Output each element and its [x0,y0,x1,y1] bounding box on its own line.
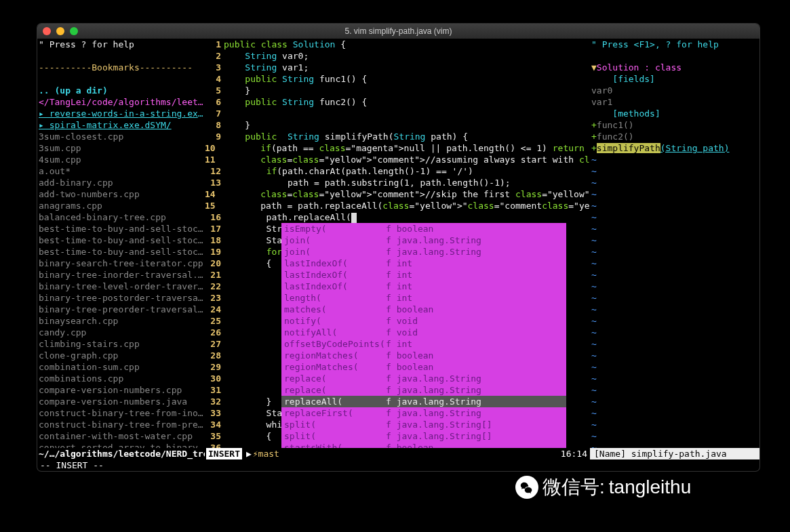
nerdtree-file[interactable]: binaysearch.cpp [39,315,204,327]
nerdtree-file[interactable]: construct-binary-tree-from-preord [39,419,204,430]
code-text[interactable]: String var1; [224,62,590,73]
nerdtree-file[interactable]: best-time-to-buy-and-sell-stock.c [39,246,204,258]
nerdtree-file[interactable]: a.out* [39,165,204,177]
nerdtree-file[interactable]: binary-tree-level-order-traversal [39,281,204,292]
nerdtree-file[interactable]: best-time-to-buy-and-sell-stock-i [39,223,204,234]
nerdtree-file[interactable]: candy.cpp [39,327,204,338]
completion-item[interactable]: join(f java.lang.String [281,246,566,258]
nerdtree-file[interactable]: binary-tree-inorder-traversal.cpp [39,269,204,281]
code-text[interactable]: path = path.replaceAll(class="yellow">"c… [218,200,590,211]
completion-item[interactable]: length(f int [281,292,566,304]
nerdtree-panel[interactable]: " Press ? for help ----------Bookmarks--… [37,39,205,448]
tagbar-method[interactable]: +func1() [591,119,758,131]
completion-item[interactable]: startsWith(f boolean [281,442,566,448]
code-line[interactable]: 12 if(path.charAt(path.length()-1) == '/… [205,165,590,177]
nerdtree-file[interactable]: anagrams.cpp [39,200,204,211]
nerdtree-file[interactable]: climbing-stairs.cpp [39,338,204,350]
code-line[interactable]: 11 class=class="yellow">"comment">//assu… [205,154,590,165]
tagbar-field[interactable]: var1 [591,96,758,108]
code-line[interactable]: 16 path.replaceAll( [205,211,590,223]
code-line[interactable]: 10 if(path == class="magenta">null || pa… [205,142,590,154]
code-line[interactable]: 14 class=class="yellow">"comment">//skip… [205,188,590,200]
completion-item[interactable]: replace(f java.lang.String [281,373,566,384]
nerdtree-file[interactable]: construct-binary-tree-from-inorde [39,407,204,419]
code-text[interactable]: public String func2() { [224,96,590,108]
nerdtree-file[interactable]: 4sum.cpp [39,154,204,165]
completion-popup[interactable]: isEmpty(f booleanjoin(f java.lang.String… [281,223,566,448]
line-number: 1 [205,39,224,50]
code-text[interactable] [224,108,590,119]
nerdtree-file[interactable]: 3sum.cpp [39,142,204,154]
code-editor[interactable]: 1public class Solution {2 String var0;3 … [205,39,590,448]
code-text[interactable]: public class Solution { [224,39,590,50]
window-titlebar[interactable]: 5. vim simplify-path.java (vim) [37,24,759,39]
tagbar-method[interactable]: +func2() [591,131,758,142]
code-line[interactable]: 6 public String func2() { [205,96,590,108]
code-line[interactable]: 15 path = path.replaceAll(class="yellow"… [205,200,590,211]
completion-item[interactable]: offsetByCodePoints(f int [281,338,566,350]
code-text[interactable]: class=class="yellow">"comment">//assumin… [218,154,590,165]
completion-item[interactable]: replace(f java.lang.String [281,384,566,396]
code-line[interactable]: 4 public String func1() { [205,73,590,85]
code-text[interactable]: public String func1() { [224,73,590,85]
code-text[interactable]: if(path == class="magenta">null || path.… [218,142,590,154]
nerdtree-dir[interactable]: ▸ spiral-matrix.exe.dSYM/ [39,119,204,131]
completion-item[interactable]: matches(f boolean [281,304,566,315]
tagbar-panel[interactable]: " Press <F1>, ? for help ▼Solution : cla… [590,39,759,448]
status-tagbar: [Name] simplify-path.java [590,448,759,459]
completion-item[interactable]: notify(f void [281,315,566,327]
code-text[interactable]: path.replaceAll( [224,211,590,223]
completion-item[interactable]: split(f java.lang.String[] [281,419,566,430]
code-text[interactable]: } [224,119,590,131]
nerdtree-dir[interactable]: ▸ reverse-words-in-a-string.exe.dSY [39,108,204,119]
completion-item[interactable]: replaceAll(f java.lang.String [281,396,566,407]
code-line[interactable]: 5 } [205,85,590,96]
completion-item[interactable]: notifyAll(f void [281,327,566,338]
completion-item[interactable]: lastIndexOf(f int [281,281,566,292]
nerdtree-up-dir[interactable]: .. (up a dir) [39,85,204,96]
code-line[interactable]: 9 public String simplifyPath(String path… [205,131,590,142]
completion-item[interactable]: isEmpty(f boolean [281,223,566,234]
tagbar-field[interactable]: var0 [591,85,758,96]
code-text[interactable]: String var0; [224,50,590,62]
nerdtree-file[interactable]: compare-version-numbers.java [39,396,204,407]
completion-item[interactable]: lastIndexOf(f int [281,258,566,269]
nerdtree-file[interactable]: clone-graph.cpp [39,350,204,361]
nerdtree-file[interactable]: convert-sorted-array-to-binary-se [39,442,204,448]
nerdtree-file[interactable]: combination-sum.cpp [39,361,204,373]
nerdtree-file[interactable]: binary-tree-postorder-traversal.c [39,292,204,304]
code-line[interactable]: 7 [205,108,590,119]
completion-item[interactable]: regionMatches(f boolean [281,350,566,361]
completion-item[interactable]: split(f java.lang.String[] [281,430,566,442]
nerdtree-file[interactable]: balanced-binary-tree.cpp [39,211,204,223]
line-number: 28 [205,350,224,361]
tagbar-class-head[interactable]: ▼Solution : class [591,62,758,73]
nerdtree-file[interactable]: combinations.cpp [39,373,204,384]
nerdtree-file[interactable]: binary-tree-preorder-traversal.cp [39,304,204,315]
code-line[interactable]: 3 String var1; [205,62,590,73]
nerdtree-file[interactable]: compare-version-numbers.cpp [39,384,204,396]
code-text[interactable]: if(path.charAt(path.length()-1) == '/') [224,165,590,177]
nerdtree-file[interactable]: container-with-most-water.cpp [39,430,204,442]
status-editor: INSERT ▶ ⚡mast 16:14 [205,448,590,459]
code-text[interactable]: path = path.substring(1, path.length()-1… [224,177,590,188]
nerdtree-file[interactable]: binary-search-tree-iterator.cpp [39,258,204,269]
code-line[interactable]: 2 String var0; [205,50,590,62]
nerdtree-file[interactable]: best-time-to-buy-and-sell-stock-i [39,234,204,246]
vim-empty-line: ~ [591,338,758,350]
code-line[interactable]: 13 path = path.substring(1, path.length(… [205,177,590,188]
completion-item[interactable]: replaceFirst(f java.lang.String [281,407,566,419]
tagbar-method[interactable]: +simplifyPath(String path) [591,142,758,154]
nerdtree-root[interactable]: </TangLei/code/algorithms/leetcode/ [39,96,204,108]
completion-item[interactable]: lastIndexOf(f int [281,269,566,281]
code-line[interactable]: 8 } [205,119,590,131]
completion-item[interactable]: regionMatches(f boolean [281,361,566,373]
nerdtree-file[interactable]: 3sum-closest.cpp [39,131,204,142]
completion-item[interactable]: join(f java.lang.String [281,234,566,246]
nerdtree-file[interactable]: add-binary.cpp [39,177,204,188]
code-line[interactable]: 1public class Solution { [205,39,590,50]
nerdtree-file[interactable]: add-two-numbers.cpp [39,188,204,200]
code-text[interactable]: } [224,85,590,96]
code-text[interactable]: class=class="yellow">"comment">//skip th… [218,188,590,200]
code-text[interactable]: public String simplifyPath(String path) … [224,131,590,142]
